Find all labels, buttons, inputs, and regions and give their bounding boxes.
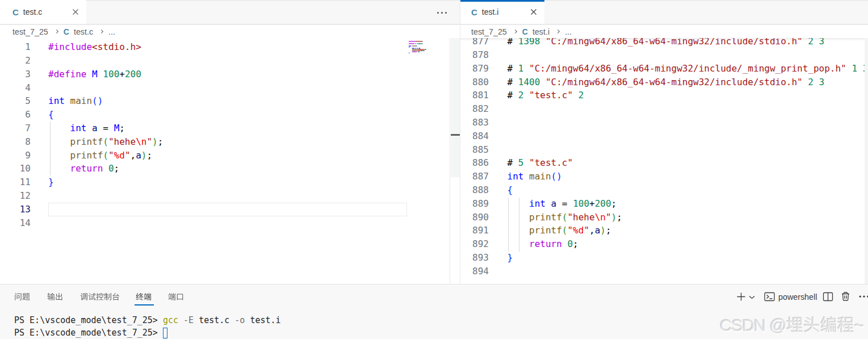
code-token: + [119, 69, 125, 79]
terminal-segment: PS E:\vscode_mode\test_7_25> [14, 328, 163, 338]
breadcrumb-folder[interactable]: test_7_25 [471, 27, 507, 36]
terminal-profile-icon[interactable] [764, 291, 775, 302]
line-number: 881 [460, 89, 489, 102]
chevron-right-icon [99, 30, 103, 34]
code-token: ( [103, 136, 108, 147]
code-token: main [70, 95, 93, 106]
close-icon[interactable] [530, 8, 538, 16]
panel-tab-terminal[interactable] [136, 292, 152, 303]
code-line: } [508, 251, 513, 265]
code-line: #include<stdio.h> [48, 40, 141, 54]
code-token [98, 123, 103, 133]
editor-test-c[interactable]: 1#include<stdio.h>23#define M 100+20045i… [0, 38, 450, 284]
cjk-glyph [55, 293, 63, 302]
left-editor-scrollbar[interactable] [450, 38, 460, 284]
code-token: ; [119, 123, 125, 133]
code-line: # 5 "test.c" [508, 156, 573, 170]
close-icon[interactable] [72, 8, 79, 16]
line-number: 891 [460, 224, 489, 237]
panel-tab-ports[interactable] [168, 292, 184, 303]
code-token: M [92, 69, 98, 79]
terminal-line: PS E:\vscode_mode\test_7_25> gcc -E test… [14, 314, 281, 327]
chevron-down-icon[interactable] [749, 295, 755, 299]
code-token: \n [595, 212, 606, 223]
code-token: 2 [578, 90, 584, 101]
line-number: 9 [0, 149, 31, 162]
code-token [523, 63, 529, 74]
breadcrumb-left[interactable]: test_7_25 C test.c ... [0, 25, 460, 38]
terminal-segment: test.c [199, 315, 229, 325]
code-line: # 1400 "C:/mingw64/x86_64-w64-mingw32/in… [508, 76, 825, 89]
code-token: ) [556, 171, 562, 182]
new-terminal-icon[interactable] [736, 292, 746, 302]
chevron-right-icon [513, 30, 517, 34]
code-token: %d [573, 225, 584, 236]
code-token: # [508, 77, 518, 87]
code-token: ( [92, 95, 98, 106]
line-number: 892 [460, 237, 489, 251]
code-token: 0 [108, 163, 114, 174]
kill-terminal-icon[interactable] [841, 291, 850, 302]
code-token: 1 [518, 63, 524, 74]
line-number: 7 [0, 122, 31, 135]
code-token [803, 77, 808, 87]
code-token: ; [114, 163, 120, 174]
line-number: 889 [460, 197, 489, 211]
code-token: = [562, 198, 568, 209]
breadcrumb-symbol[interactable]: ... [108, 27, 115, 36]
code-token: , [131, 150, 136, 161]
scroll-top-shadow [460, 38, 868, 41]
cjk-glyph [837, 317, 854, 335]
panel-tab-output[interactable] [47, 292, 63, 303]
code-token: ; [617, 212, 622, 223]
code-token: ; [611, 198, 617, 209]
code-token [86, 123, 92, 133]
tab-label: test.c [23, 7, 42, 16]
code-line: # 1 "C:/mingw64/x86_64-w64-mingw32/inclu… [508, 62, 868, 76]
terminal-shell-label: powershell [778, 292, 817, 302]
code-line: printf("hehe\n"); [48, 135, 163, 149]
tab-test-i[interactable]: C test.i [460, 0, 544, 24]
right-editor-scrollbar[interactable] [865, 38, 868, 284]
minimap[interactable] [409, 41, 431, 58]
code-token [556, 198, 562, 209]
terminal-segment [178, 315, 183, 325]
code-token [98, 69, 103, 79]
code-line: # 2 "test.c" 2 [508, 89, 584, 102]
code-token: %d [114, 150, 125, 161]
cjk-glyph [47, 293, 55, 302]
cjk-glyph [112, 293, 120, 302]
tab-test-c[interactable]: C test.c [0, 0, 86, 24]
code-token: ) [600, 225, 606, 236]
code-line: int a = 100+200; [508, 197, 617, 211]
code-token [48, 136, 70, 147]
editor-test-i[interactable]: 877# 1398 "C:/mingw64/x86_64-w64-mingw32… [460, 38, 868, 284]
code-token: "test.c" [529, 90, 573, 101]
code-token: { [48, 109, 54, 120]
close-x-glyph [72, 9, 79, 15]
breadcrumb-folder[interactable]: test_7_25 [12, 27, 48, 36]
chevron-right-icon [54, 30, 58, 34]
breadcrumb-file[interactable]: test.i [532, 27, 550, 36]
scrollbar-slider[interactable] [451, 38, 460, 177]
code-token: # [508, 63, 518, 74]
more-actions-icon[interactable] [859, 295, 868, 298]
code-token: "test.c" [529, 157, 573, 168]
left-editor-actions-more-icon[interactable] [437, 12, 447, 14]
breadcrumb-right[interactable]: test_7_25 C test.i ... [460, 25, 868, 38]
editor-group-separator[interactable] [460, 0, 460, 284]
code-token [508, 212, 530, 223]
code-line: printf("%d",a); [508, 224, 611, 237]
code-line: { [508, 183, 513, 197]
code-line: } [48, 175, 54, 189]
panel-tab-problems[interactable] [14, 292, 30, 303]
code-token: \n [136, 136, 146, 147]
active-tab-top-border [460, 0, 544, 2]
breadcrumb-file[interactable]: test.c [74, 27, 93, 36]
split-terminal-icon[interactable] [823, 292, 833, 302]
code-token: <stdio.h> [92, 41, 141, 52]
terminal-segment [229, 315, 234, 325]
terminal-segment: gcc [163, 315, 178, 325]
panel-tab-debug-console[interactable] [80, 292, 120, 303]
breadcrumb-symbol[interactable]: ... [565, 27, 572, 36]
